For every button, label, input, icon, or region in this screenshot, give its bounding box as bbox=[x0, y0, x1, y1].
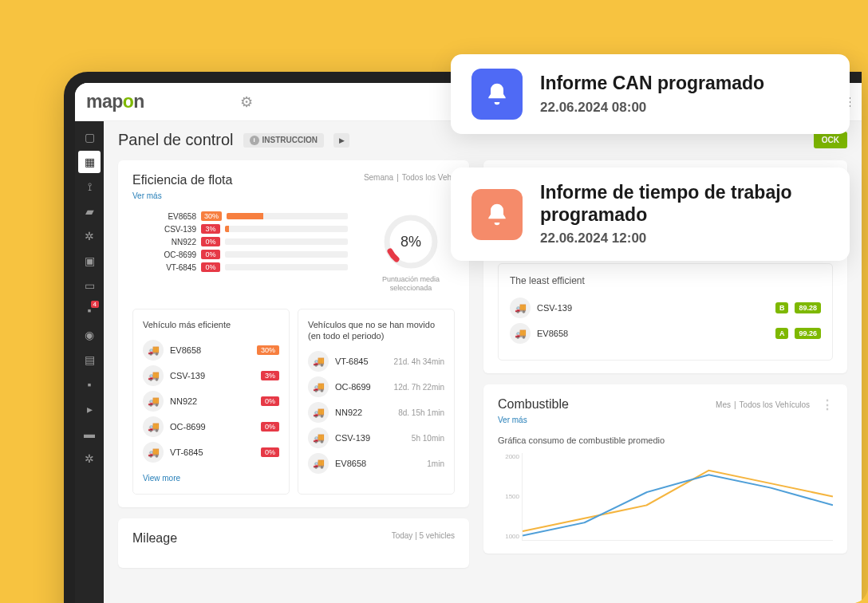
nav-calendar-icon[interactable]: ▤ bbox=[78, 349, 101, 371]
fuel-ver-mas[interactable]: Ver más bbox=[498, 416, 527, 424]
vehicle-name: NN922 bbox=[170, 396, 254, 406]
vehicle-row[interactable]: 🚚 EV8658 30% bbox=[143, 340, 279, 361]
sidebar: ▢ ▦ ⟟ ▰ ✲ ▣ ▭ ▪4 ◉ ▤ ▪ ▸ ▬ ✲ bbox=[75, 121, 104, 603]
vehicle-name: EV8658 bbox=[152, 212, 196, 221]
fuel-filters[interactable]: Mes|Todos los Vehículos bbox=[712, 400, 813, 409]
nav-settings-icon[interactable]: ✲ bbox=[78, 447, 101, 470]
mileage-title: Mileage bbox=[132, 531, 177, 546]
vehicle-name: OC-8699 bbox=[170, 422, 254, 432]
mileage-meta[interactable]: Today | 5 vehicles bbox=[392, 531, 455, 540]
vehicle-row[interactable]: 🚚 VT-6845 21d. 4h 34min bbox=[308, 351, 444, 372]
idle-time: 8d. 15h 1min bbox=[398, 408, 444, 417]
vehicle-name: VT-6845 bbox=[152, 263, 196, 272]
bar-track bbox=[225, 264, 348, 270]
vehicle-row[interactable]: 🚚 NN922 8d. 15h 1min bbox=[308, 402, 444, 423]
chart-series-line bbox=[523, 475, 833, 535]
least-title: The least efficient bbox=[510, 275, 821, 286]
pct-badge: 3% bbox=[201, 224, 220, 234]
vehicle-name: CSV-139 bbox=[152, 225, 196, 234]
truck-icon: 🚚 bbox=[308, 376, 329, 397]
pct-badge: 0% bbox=[261, 447, 279, 457]
truck-icon: 🚚 bbox=[510, 323, 531, 344]
efficiency-bar-row: CSV-139 3% bbox=[152, 224, 348, 234]
bar-track bbox=[225, 238, 348, 245]
pct-badge: 30% bbox=[201, 211, 222, 221]
least-efficient-card: The least efficient 🚚 CSV-139 B 89.28🚚 E… bbox=[498, 263, 833, 361]
vehicle-name: EV8658 bbox=[537, 329, 769, 338]
grade-badge: B bbox=[775, 302, 789, 313]
not-moved-card: Vehículos que no se han movido (en todo … bbox=[298, 309, 455, 495]
play-button[interactable]: ▶ bbox=[333, 133, 349, 148]
nav-document-icon[interactable]: ▰ bbox=[78, 200, 101, 223]
vehicle-name: EV8658 bbox=[170, 345, 251, 355]
efficiency-bar-row: NN922 0% bbox=[152, 237, 348, 246]
vehicle-row[interactable]: 🚚 EV8658 1min bbox=[308, 453, 444, 474]
lock-button[interactable]: OCK bbox=[814, 132, 847, 148]
vehicle-row[interactable]: 🚚 CSV-139 3% bbox=[143, 365, 279, 386]
vehicle-name: CSV-139 bbox=[335, 433, 405, 443]
vehicle-row[interactable]: 🚚 NN922 0% bbox=[143, 391, 279, 412]
nav-alerts-icon[interactable]: ▪4 bbox=[78, 299, 101, 321]
truck-icon: 🚚 bbox=[510, 298, 531, 318]
notification-can-report[interactable]: Informe CAN programado 22.06.2024 08:00 bbox=[451, 54, 850, 134]
vehicle-row[interactable]: 🚚 CSV-139 B 89.28 bbox=[510, 298, 821, 318]
fuel-title: Combustible bbox=[498, 397, 569, 412]
nav-fuel-icon[interactable]: ▣ bbox=[78, 250, 101, 272]
app-logo: mapon bbox=[86, 91, 144, 112]
y-tick-label: 2000 bbox=[499, 453, 519, 460]
pct-badge: 0% bbox=[201, 262, 220, 272]
y-tick-label: 1500 bbox=[499, 493, 519, 500]
vehicle-row[interactable]: 🚚 VT-6845 0% bbox=[143, 442, 279, 463]
page-title: Panel de control bbox=[118, 131, 234, 149]
vehicle-name: EV8658 bbox=[335, 459, 420, 468]
instruction-button[interactable]: iINSTRUCCION bbox=[243, 133, 324, 148]
vehicle-name: CSV-139 bbox=[170, 371, 254, 380]
most-eff-view-more[interactable]: View more bbox=[143, 474, 180, 483]
vehicle-name: NN922 bbox=[335, 408, 392, 417]
nav-camera-icon[interactable]: ▪ bbox=[78, 373, 101, 396]
pct-badge: 0% bbox=[261, 396, 279, 406]
settings-gear-icon[interactable]: ⚙ bbox=[240, 93, 253, 111]
nav-store-icon[interactable]: ▬ bbox=[78, 423, 101, 445]
idle-time: 5h 10min bbox=[412, 434, 444, 443]
vehicle-name: CSV-139 bbox=[537, 303, 769, 313]
nav-chat-icon[interactable]: ▭ bbox=[78, 274, 101, 297]
pct-badge: 30% bbox=[257, 345, 279, 355]
truck-icon: 🚚 bbox=[143, 416, 164, 437]
y-tick-label: 1000 bbox=[499, 533, 519, 540]
fuel-menu-icon[interactable]: ⋮ bbox=[821, 397, 833, 412]
most-efficient-title: Vehículo más eficiente bbox=[143, 319, 279, 330]
vehicle-row[interactable]: 🚚 OC-8699 0% bbox=[143, 416, 279, 437]
nav-location-icon[interactable]: ⟟ bbox=[78, 175, 101, 198]
bell-icon bbox=[471, 69, 523, 120]
efficiency-filters[interactable]: Semana|Todos los Veh bbox=[361, 173, 455, 182]
score-badge: 99.26 bbox=[795, 328, 821, 339]
truck-icon: 🚚 bbox=[143, 391, 164, 412]
efficiency-bar-row: VT-6845 0% bbox=[152, 262, 348, 272]
notification-work-time-report[interactable]: Informe de tiempo de trabajo programado … bbox=[451, 168, 850, 261]
nav-gear-icon[interactable]: ✲ bbox=[78, 225, 101, 247]
vehicle-name: OC-8699 bbox=[335, 382, 388, 392]
truck-icon: 🚚 bbox=[308, 402, 329, 423]
notif-date: 22.06.2024 12:00 bbox=[540, 231, 829, 246]
truck-icon: 🚚 bbox=[143, 442, 164, 463]
fleet-efficiency-card: Eficiencia de flota Ver más Semana|Todos… bbox=[118, 160, 469, 507]
vehicle-row[interactable]: 🚚 OC-8699 12d. 7h 22min bbox=[308, 376, 444, 397]
idle-time: 12d. 7h 22min bbox=[394, 383, 444, 392]
fuel-card: Combustible Ver más Mes|Todos los Vehícu… bbox=[483, 384, 847, 554]
vehicle-row[interactable]: 🚚 CSV-139 5h 10min bbox=[308, 428, 444, 448]
nav-dashboard-icon[interactable]: ▦ bbox=[78, 151, 101, 173]
bell-icon bbox=[471, 189, 523, 240]
vehicle-name: VT-6845 bbox=[170, 447, 254, 457]
efficiency-bar-row: EV8658 30% bbox=[152, 211, 348, 221]
fuel-chart-title: Gráfica consumo de combustible promedio bbox=[498, 436, 833, 445]
fuel-line-chart: 200015001000 bbox=[522, 453, 833, 541]
nav-user-icon[interactable]: ◉ bbox=[78, 324, 101, 346]
notif-date: 22.06.2024 08:00 bbox=[540, 100, 764, 116]
bar-track bbox=[225, 251, 348, 258]
nav-thumb-icon[interactable]: ▸ bbox=[78, 398, 101, 420]
efficiency-ver-mas[interactable]: Ver más bbox=[132, 191, 162, 200]
efficiency-bar-row: OC-8699 0% bbox=[152, 250, 348, 259]
nav-map-icon[interactable]: ▢ bbox=[78, 126, 101, 148]
vehicle-row[interactable]: 🚚 EV8658 A 99.26 bbox=[510, 323, 821, 344]
